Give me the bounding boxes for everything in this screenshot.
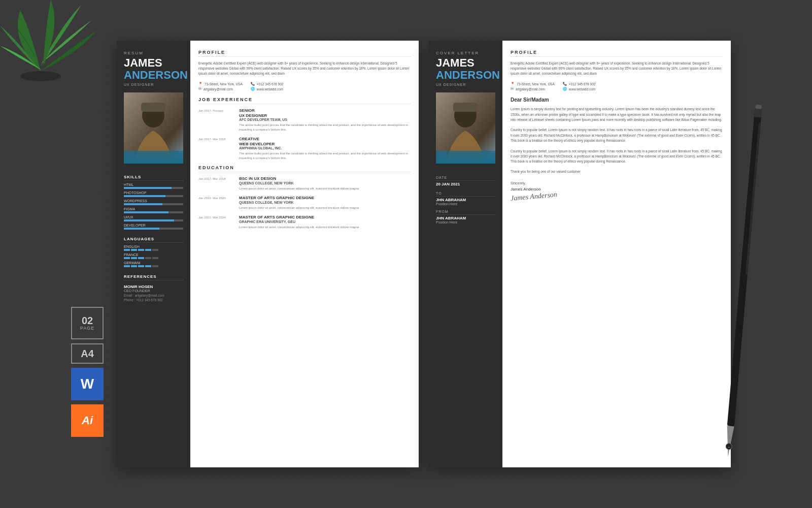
cover-contact-col-2: 📞 +012 345 678 902 🌐 www.webadd.com <box>563 82 596 91</box>
skill-bar-fill <box>124 211 168 213</box>
svg-rect-14 <box>755 105 762 109</box>
resume-last-name: ANDERSON <box>124 70 183 81</box>
page-label: PAGE <box>80 326 94 331</box>
job-description: The above bullet point proves that the c… <box>239 151 411 160</box>
cover-location-icon: 📍 <box>511 82 515 86</box>
skill-bar-bg <box>124 228 183 230</box>
contact-col-1: 📍 73-Street, New York, USA ✉ artgalary@m… <box>198 82 243 91</box>
lang-dot <box>152 249 158 251</box>
phone-icon: 📞 <box>251 82 255 86</box>
edu-date: Jan 2021- Mar 2024 <box>198 215 234 229</box>
edu-description: Lorem ipsum dolor sit amet, consectetuer… <box>239 225 359 229</box>
job-entry: Jan 2017- Present SENIORUX DESIGNER AFC … <box>198 108 411 132</box>
edu-date: Jan 2019- Mar 2020 <box>198 196 234 210</box>
job-details: CREATIVEWEB DEVELOPER AMPHIMIA GLOBAL, I… <box>239 137 411 160</box>
edu-school: GRAPHIC ERA UNIVERSITY, GEU <box>239 220 359 224</box>
job-description: The above bullet point proves that the c… <box>239 123 411 132</box>
language-dots <box>124 257 183 259</box>
cover-profile-section-title: PROFILE <box>511 50 723 57</box>
lang-dot <box>138 257 144 259</box>
skill-bar-bg <box>124 203 183 205</box>
education-list: Jan 2017- Mar 2018 BSC IN UX DESIGN QUEE… <box>198 176 411 229</box>
education-entry: Jan 2021- Mar 2024 MASTER OF ARTS GRAPHI… <box>198 215 411 229</box>
page-count-number: 02 <box>82 315 93 326</box>
edu-date: Jan 2017- Mar 2018 <box>198 176 234 190</box>
job-position: SENIORUX DESIGNER <box>239 108 411 118</box>
resume-profile-text: Energetic Adobe Certified Expert (ACE) w… <box>198 61 411 76</box>
language-item: FRANCE <box>124 253 183 259</box>
cover-signature: James Anderson <box>510 190 557 203</box>
resume-document: RESUM JAMES ANDERSON UX DESIGNER <box>117 41 419 467</box>
resume-first-name: JAMES <box>124 57 183 69</box>
cover-contact-email: ✉ artgalary@mail.com <box>511 87 555 91</box>
edu-details: MASTER OF ARTS GRAPHIC DESIGNE QUEENS CO… <box>239 196 359 210</box>
skill-bar-bg <box>124 211 183 213</box>
cover-sincerely: Sincerely, <box>511 181 723 185</box>
lang-dot <box>138 265 144 267</box>
to-position: Position Here <box>436 202 495 206</box>
cover-profile-text: Energetic Adobe Certified Expert (ACE) w… <box>511 61 723 76</box>
reference-phone: Phone : +012 345 678 902 <box>124 298 183 302</box>
page-count-badge: 02 PAGE <box>71 307 104 339</box>
cover-contact-col-1: 📍 73-Street, New York, USA ✉ artgalary@m… <box>511 82 555 91</box>
job-company: AFC DEVELOPER TEAM, US <box>239 118 411 121</box>
language-dots <box>124 249 183 251</box>
cover-contact-website: 🌐 www.webadd.com <box>563 87 596 91</box>
resume-label: RESUM <box>124 51 183 55</box>
language-label: ENGLISH <box>124 245 183 248</box>
language-item: GERMANI <box>124 261 183 267</box>
plant-decoration <box>0 0 112 81</box>
edu-degree: MASTER OF ARTS GRAPHIC DESIGNE <box>239 196 359 201</box>
skills-section-title: SKILLS <box>124 175 183 181</box>
job-date: Jan 2017- Present <box>198 108 234 132</box>
skill-item: UI/UX <box>124 215 183 221</box>
lang-dot <box>138 249 144 251</box>
lang-dot <box>124 257 130 259</box>
contact-email: ✉ artgalary@mail.com <box>198 87 243 91</box>
location-icon: 📍 <box>198 82 202 86</box>
skill-label: PHOTOSHOP <box>124 191 183 195</box>
contact-phone: 📞 +012 345 678 902 <box>251 82 284 86</box>
scene: RESUM JAMES ANDERSON UX DESIGNER <box>0 0 812 508</box>
resume-sidebar: RESUM JAMES ANDERSON UX DESIGNER <box>117 41 190 467</box>
lang-dot <box>145 249 151 251</box>
cover-para-2: Country to popular belief, Lorem Ipsum i… <box>511 128 723 143</box>
skill-item: PHOTOSHOP <box>124 191 183 197</box>
education-entry: Jan 2017- Mar 2018 BSC IN UX DESIGN QUEE… <box>198 176 411 190</box>
a4-label: A4 <box>81 348 94 360</box>
skills-list: HTML PHOTOSHOP WORDPRESS FIGMA UI/UX <box>124 183 183 232</box>
from-name: JHN ABRAHAM <box>436 216 495 220</box>
skill-item: WORDPRESS <box>124 199 183 205</box>
cover-sig-name: James Anderson <box>511 187 723 192</box>
documents-container: RESUM JAMES ANDERSON UX DESIGNER <box>117 41 731 467</box>
skill-label: FIGMA <box>124 207 183 211</box>
education-entry: Jan 2019- Mar 2020 MASTER OF ARTS GRAPHI… <box>198 196 411 210</box>
skill-item: HTML <box>124 183 183 189</box>
svg-rect-5 <box>141 103 165 112</box>
contact-address: 📍 73-Street, New York, USA <box>198 82 243 86</box>
lang-dot <box>124 265 130 267</box>
to-label: TO <box>436 192 495 197</box>
lang-dot <box>131 257 137 259</box>
lang-dot <box>131 249 137 251</box>
skill-bar-fill <box>124 203 162 205</box>
job-details: SENIORUX DESIGNER AFC DEVELOPER TEAM, US… <box>239 108 411 132</box>
from-position: Position Here <box>436 220 495 224</box>
profile-section-title: PROFILE <box>198 50 411 57</box>
cover-email-icon: ✉ <box>511 87 514 91</box>
reference-email: Email : artgalary@mail.com <box>124 294 183 297</box>
cover-web-icon: 🌐 <box>563 87 567 91</box>
reference-name: MONIR HOSEN <box>124 284 183 289</box>
cover-content: PROFILE Energetic Adobe Certified Expert… <box>502 41 731 467</box>
lang-dot <box>145 265 151 267</box>
lang-dot <box>145 257 151 259</box>
language-dots <box>124 265 183 267</box>
skill-bar-fill <box>124 219 174 221</box>
cover-thanks: Thank you for being one of our valued cu… <box>511 170 723 173</box>
cover-para-3: Country to popular belief, Lorem Ipsum i… <box>511 149 723 165</box>
lang-dot <box>152 257 158 259</box>
date-value: 20 JAN 2021 <box>436 182 495 186</box>
language-item: ENGLISH <box>124 245 183 251</box>
edu-description: Lorem ipsum dolor sit amet, consectetuer… <box>239 186 359 190</box>
job-company: AMPHIMIA GLOBAL, INC. <box>239 146 411 150</box>
